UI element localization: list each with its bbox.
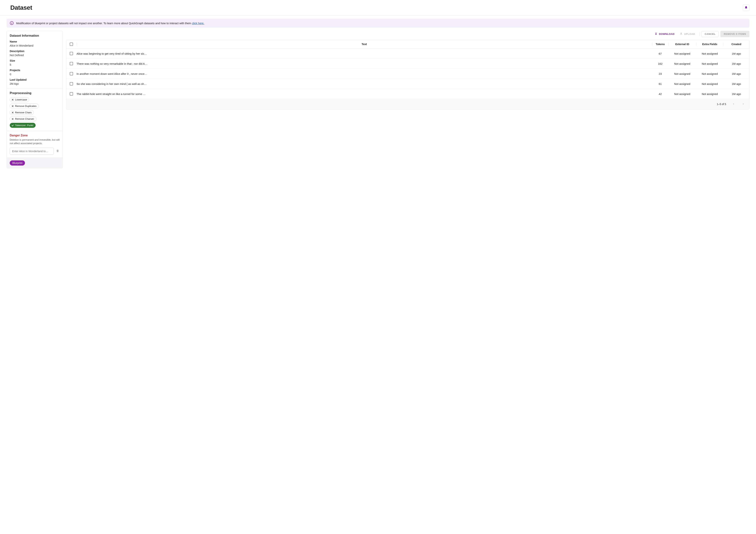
cell-extra-fields: Not assigned [696, 72, 723, 75]
cell-text: In another moment down went Alice after … [76, 72, 652, 75]
remove-items-button: REMOVE 0 ITEMS [720, 31, 749, 37]
name-value: Alice in Wonderland [10, 44, 60, 47]
pagination-range: 1–5 of 5 [717, 103, 726, 106]
row-checkbox[interactable] [70, 72, 73, 75]
cell-external-id: Not assigned [668, 52, 696, 55]
cell-external-id: Not assigned [668, 92, 696, 95]
cell-text: The rabbit-hole went straight on like a … [76, 92, 652, 95]
col-extra-fields[interactable]: Extra Fields [696, 43, 723, 46]
danger-zone-desc: Deletion is permanent and irrevesible, b… [10, 138, 60, 145]
table-row: Alice was beginning to get very tired of… [66, 49, 749, 59]
size-label: Size [10, 59, 60, 62]
description-label: Description [10, 50, 60, 53]
cell-created: 1M ago [723, 62, 749, 65]
projects-label: Projects [10, 69, 60, 72]
cell-tokens: 61 [652, 82, 668, 86]
cell-extra-fields: Not assigned [696, 82, 723, 86]
cell-tokens: 23 [652, 72, 668, 75]
info-icon [10, 21, 14, 25]
cell-text: So she was considering in her own mind (… [76, 82, 652, 86]
table-row: In another moment down went Alice after … [66, 69, 749, 79]
upload-button: UPLOAD [677, 31, 698, 37]
cell-tokens: 162 [652, 62, 668, 65]
chip-label: Remove Chars [15, 111, 32, 114]
cell-tokens: 42 [652, 92, 668, 95]
close-icon [12, 118, 14, 120]
col-created[interactable]: Created [723, 43, 749, 46]
close-icon [12, 111, 14, 114]
cell-text: There was nothing so very remarkable in … [76, 62, 652, 65]
check-icon [12, 124, 14, 127]
cell-created: 1M ago [723, 52, 749, 55]
preprocessing-chip[interactable]: Remove Charset: [10, 116, 37, 121]
dataset-table: Text Tokens External ID Extra Fields Cre… [66, 40, 749, 110]
row-checkbox[interactable] [70, 52, 73, 55]
preprocessing-heading: Preprocessing [10, 91, 60, 95]
col-text[interactable]: Text [76, 43, 652, 46]
cell-external-id: Not assigned [668, 72, 696, 75]
delete-confirm-input[interactable] [10, 148, 54, 155]
cell-extra-fields: Not assigned [696, 52, 723, 55]
preprocessing-chip[interactable]: Remove Duplicates [10, 104, 39, 109]
action-toolbar: DOWNLOAD UPLOAD CANCEL REMOVE 0 ITEMS [66, 31, 749, 37]
chevron-right-icon [742, 102, 745, 106]
sidebar: Dataset Information Name Alice in Wonder… [7, 31, 63, 168]
info-banner-link[interactable]: click here. [192, 22, 204, 25]
projects-value: 0 [10, 73, 60, 76]
chip-label: Tokenizer: Punkt [15, 124, 33, 127]
close-icon [12, 105, 14, 107]
last-updated-label: Last Updated [10, 78, 60, 81]
cell-extra-fields: Not assigned [696, 92, 723, 95]
download-icon [655, 32, 658, 36]
cell-tokens: 67 [652, 52, 668, 55]
cell-extra-fields: Not assigned [696, 62, 723, 65]
upload-icon [680, 32, 683, 36]
row-checkbox[interactable] [70, 82, 73, 86]
info-banner: Modification of blueprint or project dat… [7, 19, 749, 28]
main: DOWNLOAD UPLOAD CANCEL REMOVE 0 ITEMS Te… [66, 31, 749, 110]
trash-icon [56, 149, 60, 153]
download-button[interactable]: DOWNLOAD [652, 31, 677, 37]
notifications-button[interactable] [743, 4, 749, 11]
cancel-button[interactable]: CANCEL [701, 31, 718, 37]
table-row: So she was considering in her own mind (… [66, 79, 749, 89]
cell-created: 1M ago [723, 92, 749, 95]
danger-zone-heading: Danger Zone [10, 134, 60, 137]
delete-button[interactable] [56, 149, 60, 153]
blueprint-badge[interactable]: Blueprint [10, 161, 25, 165]
cell-external-id: Not assigned [668, 82, 696, 86]
select-all-checkbox[interactable] [70, 42, 73, 46]
page-title: Dataset [10, 4, 32, 11]
close-icon [12, 98, 14, 101]
cell-external-id: Not assigned [668, 62, 696, 65]
row-checkbox[interactable] [70, 62, 73, 65]
bell-icon [744, 6, 748, 10]
chip-label: Lowercase [15, 98, 27, 101]
table-row: The rabbit-hole went straight on like a … [66, 89, 749, 99]
preprocessing-chip[interactable]: Lowercase [10, 97, 29, 102]
cell-text: Alice was beginning to get very tired of… [76, 52, 652, 55]
preprocessing-chip[interactable]: Remove Chars [10, 110, 34, 115]
col-tokens[interactable]: Tokens [652, 43, 668, 46]
prev-page-button[interactable] [731, 102, 736, 107]
next-page-button[interactable] [741, 102, 746, 107]
size-value: 5 [10, 63, 60, 66]
toolbar-separator [699, 32, 700, 36]
col-external-id[interactable]: External ID [668, 43, 696, 46]
description-value: Not Defined [10, 54, 60, 57]
cell-created: 1M ago [723, 82, 749, 86]
chip-label: Remove Charset: [15, 117, 34, 120]
chip-label: Remove Duplicates [15, 105, 37, 107]
name-label: Name [10, 40, 60, 43]
chevron-left-icon [732, 102, 735, 106]
info-banner-text: Modification of blueprint or project dat… [16, 22, 192, 25]
preprocessing-chip[interactable]: Tokenizer: Punkt [10, 123, 36, 128]
last-updated-value: 2M Ago [10, 82, 60, 85]
table-row: There was nothing so very remarkable in … [66, 59, 749, 69]
dataset-info-heading: Dataset Information [10, 34, 60, 38]
cell-created: 1M ago [723, 72, 749, 75]
row-checkbox[interactable] [70, 92, 73, 95]
